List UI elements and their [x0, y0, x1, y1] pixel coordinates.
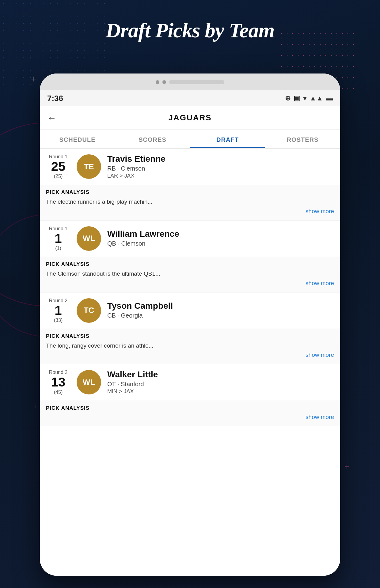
player-info: Walker Little OT · Stanford MIN > JAX	[107, 370, 334, 395]
picks-list: Round 1 25 (25) TE Travis Etienne RB · C…	[40, 149, 340, 576]
player-name: William Lawrence	[107, 229, 334, 239]
signal-icon: ▲▲	[310, 94, 323, 102]
player-avatar: WL	[77, 370, 101, 394]
player-name: Tyson Campbell	[107, 301, 334, 311]
phone-top-bar	[40, 74, 340, 90]
pick-overall: (1)	[46, 246, 70, 251]
battery-icon: ▬	[326, 94, 333, 102]
pick-overall: (45)	[46, 390, 70, 395]
wifi-icon: ▾	[303, 94, 306, 102]
pick-analysis-text: The Clemson standout is the ultimate QB1…	[46, 270, 334, 278]
pick-analysis-title: PICK ANALYSIS	[46, 189, 334, 195]
team-name-title: JAGUARS	[168, 113, 211, 123]
pick-analysis-title: PICK ANALYSIS	[46, 333, 334, 339]
pick-round-label: Round 2	[46, 298, 70, 303]
player-avatar: WL	[77, 226, 101, 251]
tab-rosters[interactable]: ROSTERS	[265, 130, 340, 148]
player-trade: MIN > JAX	[107, 388, 334, 395]
pick-row: Round 1 25 (25) TE Travis Etienne RB · C…	[40, 149, 340, 185]
storage-icon: ▣	[294, 94, 300, 102]
player-trade: LAR > JAX	[107, 173, 334, 179]
back-button[interactable]: ←	[47, 113, 56, 123]
app-header: ← JAGUARS	[40, 106, 340, 130]
player-avatar: TC	[77, 298, 101, 323]
pick-analysis-text: The long, rangy cover corner is an athle…	[46, 342, 334, 350]
pick-row: Round 2 1 (33) TC Tyson Campbell CB · Ge…	[40, 292, 340, 329]
pick-analysis-section: PICK ANALYSIS The electric runner is a b…	[40, 185, 340, 220]
pick-overall: (25)	[46, 174, 70, 179]
player-info: William Lawrence QB · Clemson	[107, 229, 334, 248]
pick-number: 25	[46, 160, 70, 174]
phone-frame: 7:36 ⊕ ▣ ▾ ▲▲ ▬ ← JAGUARS SCHEDULESCORES…	[40, 74, 340, 576]
bg-plus-1: +	[31, 74, 36, 85]
show-more-button[interactable]: show more	[46, 208, 334, 215]
player-position: OT · Stanford	[107, 381, 334, 388]
bg-plus-3: +	[34, 402, 38, 410]
app-content: ← JAGUARS SCHEDULESCORESDRAFTROSTERS Rou…	[40, 106, 340, 576]
pick-card: Round 1 1 (1) WL William Lawrence QB · C…	[40, 221, 340, 292]
pick-round-label: Round 2	[46, 370, 70, 375]
tab-schedule[interactable]: SCHEDULE	[40, 130, 115, 148]
phone-indicator-2	[162, 80, 166, 84]
tab-scores[interactable]: SCORES	[115, 130, 190, 148]
tabs-bar: SCHEDULESCORESDRAFTROSTERS	[40, 130, 340, 149]
player-avatar: TE	[77, 154, 101, 179]
pick-analysis-title: PICK ANALYSIS	[46, 405, 334, 411]
pick-analysis-section: PICK ANALYSIS The Clemson standout is th…	[40, 257, 340, 292]
player-name: Travis Etienne	[107, 154, 334, 164]
pick-card: Round 1 25 (25) TE Travis Etienne RB · C…	[40, 149, 340, 221]
privacy-icon: ⊕	[285, 94, 291, 102]
show-more-button[interactable]: show more	[46, 280, 334, 287]
pick-card: Round 2 13 (45) WL Walker Little OT · St…	[40, 364, 340, 426]
pick-row: Round 2 13 (45) WL Walker Little OT · St…	[40, 364, 340, 400]
pick-round-info: Round 2 1 (33)	[46, 298, 70, 323]
page-title: Draft Picks by Team	[0, 18, 380, 43]
pick-analysis-text: The electric runner is a big-play machin…	[46, 198, 334, 206]
pick-analysis-section: PICK ANALYSIS The long, rangy cover corn…	[40, 329, 340, 364]
pick-overall: (33)	[46, 318, 70, 323]
pick-number: 1	[46, 303, 70, 318]
phone-indicator-1	[156, 80, 159, 84]
pick-number: 13	[46, 375, 70, 389]
pick-analysis-section: PICK ANALYSIS show more	[40, 401, 340, 426]
player-position: QB · Clemson	[107, 240, 334, 247]
phone-speaker	[169, 80, 224, 84]
player-info: Tyson Campbell CB · Georgia	[107, 301, 334, 320]
pick-number: 1	[46, 232, 70, 246]
pick-round-label: Round 1	[46, 226, 70, 232]
status-icons: ⊕ ▣ ▾ ▲▲ ▬	[285, 94, 333, 102]
pick-round-info: Round 1 1 (1)	[46, 226, 70, 251]
tab-draft[interactable]: DRAFT	[190, 130, 265, 148]
pick-row: Round 1 1 (1) WL William Lawrence QB · C…	[40, 221, 340, 257]
player-position: RB · Clemson	[107, 165, 334, 172]
pick-analysis-title: PICK ANALYSIS	[46, 261, 334, 267]
status-time: 7:36	[47, 94, 63, 103]
show-more-button[interactable]: show more	[46, 414, 334, 420]
pick-round-info: Round 2 13 (45)	[46, 370, 70, 395]
pick-round-label: Round 1	[46, 154, 70, 160]
bg-plus-2: +	[344, 462, 349, 472]
pick-card: Round 2 1 (33) TC Tyson Campbell CB · Ge…	[40, 292, 340, 364]
player-name: Walker Little	[107, 370, 334, 379]
pick-round-info: Round 1 25 (25)	[46, 154, 70, 179]
player-info: Travis Etienne RB · Clemson LAR > JAX	[107, 154, 334, 179]
status-bar: 7:36 ⊕ ▣ ▾ ▲▲ ▬	[40, 90, 340, 106]
show-more-button[interactable]: show more	[46, 352, 334, 358]
player-position: CB · Georgia	[107, 312, 334, 319]
